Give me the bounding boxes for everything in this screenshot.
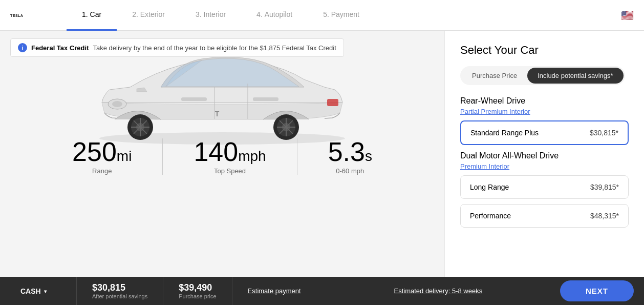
country-flag: 🇺🇸 <box>621 9 634 22</box>
option-price: $48,315* <box>590 212 619 220</box>
select-title: Select Your Car <box>460 44 629 57</box>
nav-step-interior[interactable]: 3. Interior <box>180 0 241 31</box>
info-banner: i Federal Tax Credit Take delivery by th… <box>10 38 344 57</box>
awd-subtitle[interactable]: Premium Interior <box>460 162 629 170</box>
performance-option[interactable]: Performance $48,315* <box>460 204 629 228</box>
payment-type-button[interactable]: CASH ▾ <box>10 277 77 305</box>
chevron-down-icon: ▾ <box>44 289 47 294</box>
nav-step-car[interactable]: 1. Car <box>67 0 117 31</box>
purchase-price-display: $39,490 Purchase price <box>163 277 232 305</box>
info-icon: i <box>18 43 27 52</box>
option-price: $30,815* <box>590 129 618 137</box>
svg-text:TESLA: TESLA <box>10 14 23 17</box>
savings-label: After potential savings <box>92 293 147 299</box>
svg-rect-8 <box>327 99 338 106</box>
stat-range: 250mi Range <box>41 138 163 175</box>
rwd-section: Rear-Wheel Drive Partial Premium Interio… <box>460 96 629 145</box>
stat-acceleration: 5.3s 0-60 mph <box>297 138 403 175</box>
option-name: Performance <box>470 212 511 220</box>
awd-section: Dual Motor All-Wheel Drive Premium Inter… <box>460 151 629 228</box>
option-name: Standard Range Plus <box>470 129 539 137</box>
rwd-title: Rear-Wheel Drive <box>460 96 629 106</box>
svg-rect-5 <box>253 97 278 101</box>
nav-step-autopilot[interactable]: 4. Autopilot <box>241 0 308 31</box>
rwd-subtitle[interactable]: Partial Premium Interior <box>460 108 629 115</box>
purchase-price-btn[interactable]: Purchase Price <box>462 68 527 84</box>
purchase-label: Purchase price <box>179 293 216 299</box>
right-panel: Select Your Car Purchase Price Include p… <box>444 31 644 277</box>
left-panel: i Federal Tax Credit Take delivery by th… <box>0 31 444 277</box>
awd-title: Dual Motor All-Wheel Drive <box>460 151 629 160</box>
stats-row: 250mi Range 140mph Top Speed 5.3s 0-60 m… <box>0 138 444 180</box>
savings-amount: $30,815 <box>92 282 147 293</box>
purchase-amount: $39,490 <box>179 282 216 293</box>
header: TESLA 1. Car 2. Exterior 3. Interior 4. … <box>0 0 644 31</box>
price-toggle: Purchase Price Include potential savings… <box>460 66 625 85</box>
payment-type-label: CASH <box>20 287 41 295</box>
svg-text:T: T <box>215 110 220 118</box>
option-name: Long Range <box>470 183 509 191</box>
standard-range-plus-option[interactable]: Standard Range Plus $30,815* <box>460 120 629 145</box>
next-button[interactable]: NEXT <box>560 280 634 301</box>
after-savings-price: $30,815 After potential savings <box>77 277 163 305</box>
nav-step-payment[interactable]: 5. Payment <box>308 0 375 31</box>
tesla-logo: TESLA <box>10 11 51 20</box>
svg-rect-4 <box>181 97 207 101</box>
estimate-payment-link[interactable]: Estimate payment <box>232 277 316 305</box>
long-range-option[interactable]: Long Range $39,815* <box>460 175 629 199</box>
nav-step-exterior[interactable]: 2. Exterior <box>117 0 180 31</box>
svg-point-7 <box>112 101 122 107</box>
delivery-estimate[interactable]: Estimated delivery: 5-8 weeks <box>316 287 560 295</box>
option-price: $39,815* <box>590 183 619 191</box>
include-savings-btn[interactable]: Include potential savings* <box>527 68 623 84</box>
banner-title: Federal Tax Credit <box>31 44 89 52</box>
bottom-bar: CASH ▾ $30,815 After potential savings $… <box>0 277 644 305</box>
nav-steps: 1. Car 2. Exterior 3. Interior 4. Autopi… <box>67 0 621 31</box>
main-content: i Federal Tax Credit Take delivery by th… <box>0 31 644 277</box>
banner-text: Take delivery by the end of the year to … <box>93 44 336 52</box>
stat-top-speed: 140mph Top Speed <box>163 138 297 175</box>
